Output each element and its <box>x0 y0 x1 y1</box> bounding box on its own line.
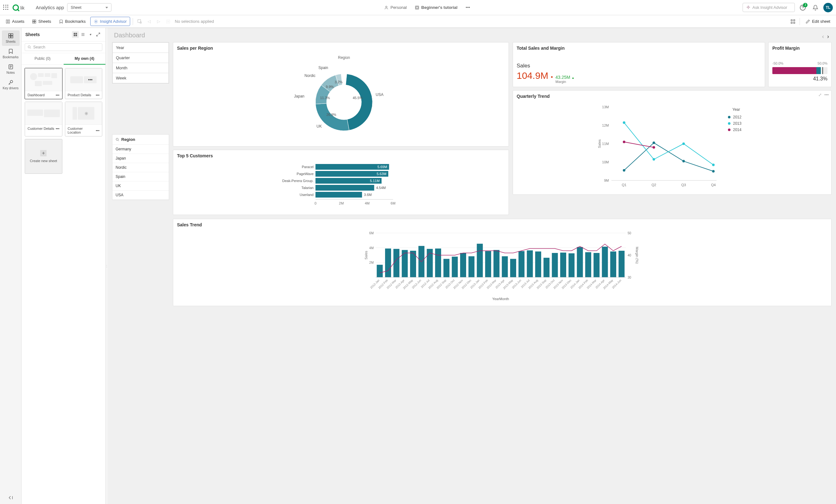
rail-notes[interactable]: Notes <box>2 61 20 77</box>
svg-point-92 <box>728 122 730 125</box>
canvas-title: Dashboard <box>114 32 145 39</box>
edit-sheet-button[interactable]: Edit sheet <box>802 17 834 26</box>
svg-text:11M: 11M <box>602 142 609 146</box>
svg-rect-114 <box>443 259 449 277</box>
svg-text:2013: 2013 <box>733 121 741 126</box>
svg-rect-59 <box>316 185 374 191</box>
sheet-dropdown[interactable]: Sheet <box>67 3 112 12</box>
app-launcher-icon[interactable] <box>3 5 9 11</box>
time-filter-item[interactable]: Week <box>112 73 169 83</box>
svg-rect-126 <box>544 258 549 277</box>
svg-text:Paracel: Paracel <box>302 165 314 169</box>
prev-sheet-icon[interactable]: ‹ <box>822 33 824 40</box>
sheets-button[interactable]: Sheets <box>29 17 54 26</box>
svg-rect-18 <box>791 22 792 23</box>
tab-myown[interactable]: My own (4) <box>64 53 106 64</box>
svg-rect-21 <box>11 34 13 36</box>
time-filter-item[interactable]: Month <box>112 63 169 73</box>
svg-rect-135 <box>619 251 625 277</box>
step-fwd-icon[interactable]: ▷ <box>154 17 163 26</box>
pin-icon[interactable] <box>87 31 94 38</box>
svg-rect-117 <box>468 256 474 278</box>
sheet-thumb[interactable]: Customer Details••• <box>25 102 62 136</box>
chart-menu-icon[interactable]: ••• <box>824 93 829 97</box>
svg-text:6M: 6M <box>369 231 374 235</box>
avatar[interactable]: TL <box>823 3 833 12</box>
clear-sel-icon[interactable] <box>164 17 172 26</box>
sheet-thumb[interactable]: ◉Customer Location••• <box>65 102 102 136</box>
sheet-thumb[interactable]: ▪▪▪Product Details••• <box>65 68 102 99</box>
region-row[interactable]: Spain <box>112 172 169 181</box>
list-view-icon[interactable] <box>79 31 87 38</box>
bookmarks-button[interactable]: Bookmarks <box>56 17 89 26</box>
svg-text:45.5%: 45.5% <box>353 96 363 100</box>
svg-point-90 <box>728 116 730 118</box>
grid-view-icon[interactable] <box>72 31 79 38</box>
rail-bookmarks[interactable]: Bookmarks <box>2 46 20 61</box>
sales-per-region-chart[interactable]: Sales per Region RegionUSA45.5%UK26.9%Ja… <box>173 42 509 147</box>
fullscreen-icon[interactable]: ⤢ <box>818 93 822 97</box>
time-filter-item[interactable]: Quarter <box>112 53 169 63</box>
smart-search-icon[interactable] <box>135 17 144 26</box>
thumb-menu-icon[interactable]: ••• <box>56 93 59 97</box>
region-filter: Region GermanyJapanNordicSpainUKUSA <box>112 134 169 200</box>
thumb-menu-icon[interactable]: ••• <box>96 93 99 97</box>
region-row[interactable]: USA <box>112 191 169 200</box>
assets-button[interactable]: Assets <box>2 17 27 26</box>
svg-text:Nordic: Nordic <box>305 74 316 78</box>
qlik-logo[interactable]: lik <box>12 4 33 12</box>
pm-bar <box>772 67 828 74</box>
step-back-icon[interactable]: ◁ <box>145 17 153 26</box>
svg-rect-109 <box>402 250 408 277</box>
insight-advisor-button[interactable]: Insight Advisor <box>90 17 131 26</box>
svg-rect-133 <box>602 247 608 277</box>
top5-customers-chart[interactable]: Top 5 Customers Paracel5.69MPageWave5.63… <box>173 150 509 215</box>
more-icon[interactable]: ••• <box>463 4 473 11</box>
svg-rect-124 <box>527 250 533 277</box>
expand-icon[interactable] <box>95 31 102 38</box>
time-filter-item[interactable]: Year <box>112 42 169 53</box>
selections-tool-icon[interactable] <box>789 17 797 26</box>
tab-public[interactable]: Public (0) <box>21 53 64 64</box>
next-sheet-icon[interactable]: › <box>827 33 829 40</box>
svg-text:YearMonth: YearMonth <box>492 297 509 301</box>
rail-sheets[interactable]: Sheets <box>2 31 20 46</box>
app-name: Analytics app <box>36 5 64 10</box>
region-row[interactable]: Japan <box>112 154 169 163</box>
bell-icon[interactable] <box>811 3 820 12</box>
region-row[interactable]: Nordic <box>112 163 169 172</box>
svg-text:Spain: Spain <box>319 65 328 70</box>
svg-rect-128 <box>560 253 566 277</box>
region-row[interactable]: UK <box>112 181 169 191</box>
sheets-panel: Sheets Search Public (0) My own (4) Dash… <box>21 28 106 504</box>
rail-keydrivers[interactable]: Key drivers <box>2 77 20 93</box>
svg-rect-115 <box>452 257 458 277</box>
svg-text:Deak-Perera Group.: Deak-Perera Group. <box>282 179 314 183</box>
create-sheet-button[interactable]: +Create new sheet <box>25 139 62 174</box>
thumb-menu-icon[interactable]: ••• <box>96 129 99 132</box>
help-icon[interactable]: 3 <box>798 3 808 12</box>
svg-text:UK: UK <box>317 124 322 129</box>
svg-rect-19 <box>794 22 795 23</box>
svg-text:4M: 4M <box>365 201 369 205</box>
quarterly-trend-chart[interactable]: Quarterly Trend ⤢••• 9M10M11M12M13MQ1Q2Q… <box>513 90 832 195</box>
svg-text:6M: 6M <box>391 201 396 205</box>
sheet-thumb[interactable]: Dashboard••• <box>25 68 62 99</box>
svg-rect-29 <box>74 33 75 35</box>
sales-trend-chart[interactable]: Sales Trend 2M4M6M3040502012-Jan2012-Feb… <box>173 219 832 306</box>
rail-collapse-icon[interactable] <box>8 495 13 500</box>
search-input[interactable]: Search <box>25 43 102 51</box>
svg-text:4M: 4M <box>369 246 374 250</box>
profit-margin-gauge[interactable]: Profit Margin -50.0%50.0% 41.3% <box>768 42 832 87</box>
svg-text:Q2: Q2 <box>651 183 656 187</box>
tutorial-button[interactable]: Beginner's tutorial <box>412 4 460 11</box>
region-row[interactable]: Germany <box>112 145 169 154</box>
svg-text:Userland: Userland <box>300 193 314 197</box>
left-rail: Sheets Bookmarks Notes Key drivers <box>0 28 21 504</box>
ask-insight-input[interactable]: Ask Insight Advisor <box>743 3 795 12</box>
total-sales-kpi[interactable]: Total Sales and Margin Sales 104.9M ▪ 43… <box>513 42 765 87</box>
personal-button[interactable]: Personal <box>382 4 409 11</box>
thumb-menu-icon[interactable]: ••• <box>56 127 59 131</box>
svg-text:12M: 12M <box>602 123 609 127</box>
help-badge: 3 <box>803 3 808 7</box>
